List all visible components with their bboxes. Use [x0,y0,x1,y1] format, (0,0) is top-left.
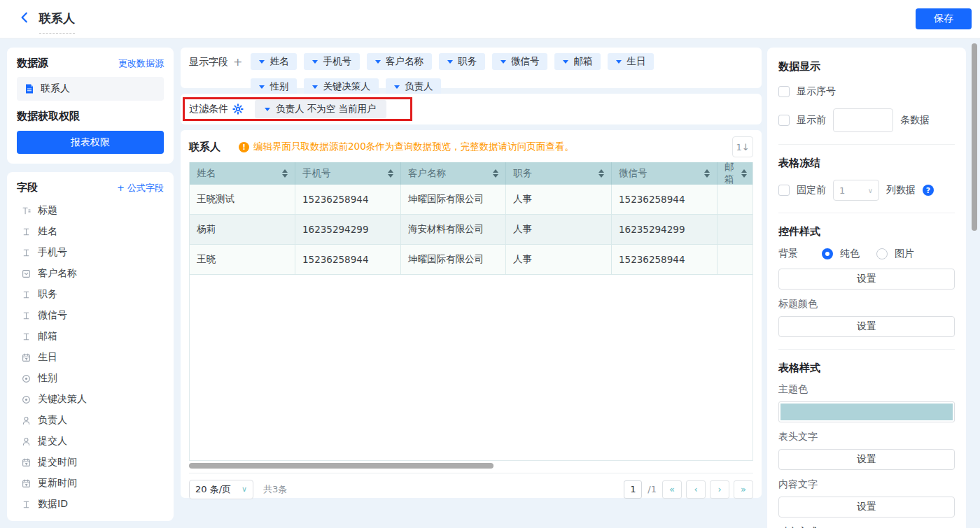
show-first-input[interactable] [833,108,893,132]
table-cell: 15236258944 [295,245,401,275]
chip-label: 邮箱 [573,55,592,68]
page-size-select[interactable]: 20 条/页 ∨ [189,480,253,499]
back-icon[interactable] [18,11,34,27]
first-page-button[interactable]: « [662,480,682,499]
report-permission-button[interactable]: 报表权限 [17,131,164,154]
field-item[interactable]: 标题 [17,200,164,221]
vertical-scrollbar-thumb[interactable] [972,43,977,231]
table-cell: 杨莉 [190,215,295,245]
column-header-label: 职务 [513,167,532,180]
filter-condition-chip[interactable]: 负责人 不为空 当前用户 [255,100,386,118]
datasource-heading: 数据源 [17,57,48,70]
field-item[interactable]: 提交时间 [17,452,164,473]
table-cell: 坤曜国际有限公司 [401,185,506,215]
title-color-set-button[interactable]: 设置 [778,316,955,337]
chip-label: 生日 [626,55,645,68]
display-field-chip[interactable]: 微信号 [492,53,548,70]
field-item-label: 更新时间 [38,477,77,490]
horizontal-scrollbar-thumb[interactable] [189,463,493,469]
field-item-label: 手机号 [38,246,67,259]
current-page-box[interactable]: 1 [624,480,642,499]
show-index-checkbox[interactable] [778,86,790,97]
widget-style-heading: 控件样式 [778,225,955,238]
table-cell: 王晓测试 [190,185,295,215]
next-page-button[interactable]: › [710,480,729,499]
chip-label: 手机号 [323,55,351,68]
field-item-label: 生日 [38,351,57,364]
display-field-chip[interactable]: 关键决策人 [304,78,379,95]
display-field-chip[interactable]: 客户名称 [367,53,432,70]
field-item[interactable]: 关键决策人 [17,389,164,410]
divider [778,349,955,350]
display-field-chip[interactable]: 邮箱 [554,53,601,70]
last-page-icon: » [741,485,746,494]
field-item[interactable]: 姓名 [17,221,164,242]
theme-color-picker[interactable] [778,401,955,422]
field-item[interactable]: 性别 [17,368,164,389]
table-cell [718,185,753,215]
sort-arrows-icon[interactable] [737,169,747,178]
chevron-down-icon [259,85,265,89]
display-field-chip[interactable]: 性别 [251,78,297,95]
field-item[interactable]: 客户名称 [17,263,164,284]
sort-arrows-icon[interactable] [700,169,710,178]
table-cell: 王晓 [190,245,295,275]
field-item[interactable]: 职务 [17,284,164,305]
field-item[interactable]: 微信号 [17,305,164,326]
field-item[interactable]: 更新时间 [17,473,164,494]
sort-arrows-icon[interactable] [278,169,288,178]
header-text-set-button[interactable]: 设置 [778,449,955,470]
table-row[interactable]: 王晓测试15236258944坤曜国际有限公司人事15236258944 [190,185,752,215]
sort-arrows-icon[interactable] [384,169,393,178]
field-item[interactable]: 邮箱 [17,326,164,347]
freeze-checkbox[interactable] [778,185,790,196]
chevron-down-icon [375,60,381,64]
sort-order-button[interactable]: 1↓ [732,136,753,157]
change-datasource-link[interactable]: 更改数据源 [118,57,164,70]
document-icon [24,83,35,94]
add-formula-field-link[interactable]: + 公式字段 [117,182,164,194]
help-icon[interactable]: ? [923,185,934,196]
datasource-item[interactable]: 联系人 [17,77,164,101]
title-field-icon [21,206,31,216]
image-radio[interactable] [876,248,888,259]
freeze-count-select[interactable]: 1 ∨ [833,180,879,201]
display-field-chip[interactable]: 手机号 [304,53,360,70]
save-button[interactable]: 保存 [916,8,972,29]
prev-page-button[interactable]: ‹ [686,480,706,499]
show-first-checkbox[interactable] [778,115,790,126]
sort-arrows-icon[interactable] [594,169,604,178]
last-page-button[interactable]: » [734,480,753,499]
field-item-label: 数据ID [38,498,68,511]
table-cell: 16235294299 [612,215,718,245]
table-row[interactable]: 杨莉16235294299海安材料有限公司人事16235294299 [190,215,752,245]
field-item[interactable]: 手机号 [17,242,164,263]
permission-heading: 数据获取权限 [17,110,164,123]
field-item-label: 微信号 [38,309,67,322]
add-display-field-button[interactable]: + [233,57,242,68]
column-header: 邮箱 [718,162,753,185]
solid-radio[interactable] [822,248,833,259]
field-item[interactable]: 提交人 [17,431,164,452]
person-field-icon [21,436,31,447]
show-first-prefix: 显示前 [797,114,826,127]
content-text-set-button[interactable]: 设置 [778,497,955,518]
settings-panel: 数据显示 显示序号 显示前 条数据 表格冻结 固定前 1 ∨ 列数据 ? 控件样… [767,48,966,528]
sort-arrows-icon[interactable] [489,169,498,178]
page-title: 联系人 [39,10,75,34]
display-field-chip[interactable]: 姓名 [251,53,297,70]
display-field-chip[interactable]: 负责人 [386,78,442,95]
field-item[interactable]: 数据ID [17,494,164,515]
image-label: 图片 [895,248,914,260]
display-field-chip[interactable]: 职务 [439,53,485,70]
table-row[interactable]: 王晓15236258944坤曜国际有限公司人事15236258944 [190,245,752,275]
fields-heading: 字段 [17,181,38,194]
divider [778,213,955,213]
display-field-chip[interactable]: 生日 [608,53,654,70]
table-cell: 海安材料有限公司 [401,215,506,245]
column-header-label: 邮箱 [724,162,737,185]
field-item[interactable]: 负责人 [17,410,164,431]
background-set-button[interactable]: 设置 [778,269,955,290]
field-item[interactable]: 生日 [17,347,164,368]
gear-icon[interactable] [232,104,244,115]
